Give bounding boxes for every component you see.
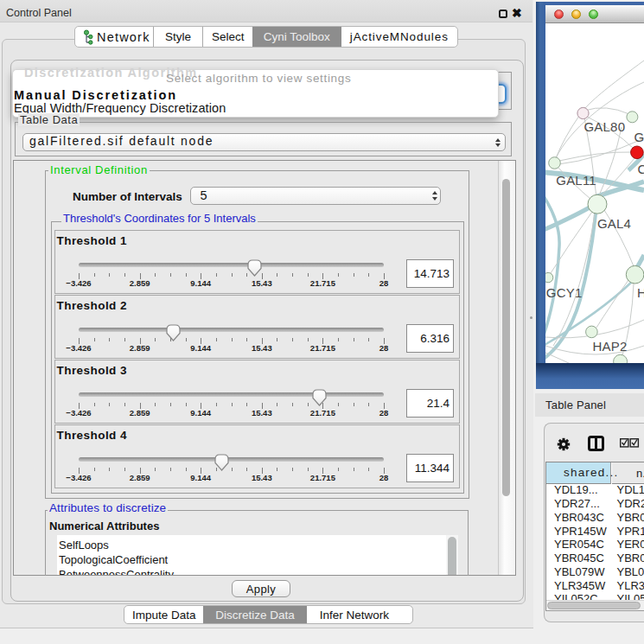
svg-text:G..: G.. bbox=[634, 130, 644, 144]
svg-text:GAL4: GAL4 bbox=[597, 216, 631, 231]
svg-text:GAL80: GAL80 bbox=[584, 119, 626, 134]
svg-text:GAL11: GAL11 bbox=[556, 173, 596, 188]
svg-text:C: C bbox=[638, 162, 644, 176]
svg-text:GCY1: GCY1 bbox=[546, 285, 583, 300]
svg-text:HAP2: HAP2 bbox=[593, 339, 628, 354]
svg-text:H: H bbox=[637, 285, 644, 300]
